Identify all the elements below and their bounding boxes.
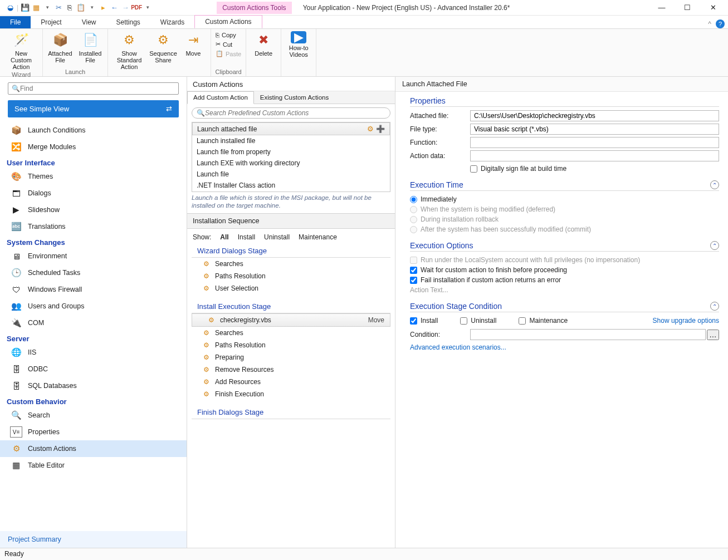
tab-existing-ca[interactable]: Existing Custom Actions	[254, 91, 335, 104]
nav-custom-actions[interactable]: ⚙Custom Actions	[0, 440, 187, 457]
nav-firewall[interactable]: 🛡Windows Firewall	[0, 281, 187, 298]
ca-search-input[interactable]	[205, 109, 385, 117]
stage-item[interactable]: ⚙Add Resources	[187, 376, 395, 388]
stage-item-selected[interactable]: ⚙checkregistry.vbsMove	[192, 313, 390, 327]
nav-themes[interactable]: 🎨Themes	[0, 168, 187, 185]
filter-maintenance[interactable]: Maintenance	[299, 233, 337, 241]
condition-browse[interactable]: …	[707, 330, 719, 340]
nav-search-item[interactable]: 🔍Search	[0, 407, 187, 424]
nav-dialogs[interactable]: 🗔Dialogs	[0, 185, 187, 202]
ca-row[interactable]: Launch file from property	[192, 146, 390, 158]
nav-translations[interactable]: 🔤Translations	[0, 218, 187, 235]
ca-row[interactable]: Launch file	[192, 169, 390, 180]
tab-custom-actions[interactable]: Custom Actions	[194, 15, 262, 28]
dropdown2-icon[interactable]: ▼	[87, 3, 96, 12]
nav-search[interactable]: 🔍	[8, 82, 179, 95]
opt-wait-checkbox[interactable]	[410, 267, 417, 274]
stage-item[interactable]: ⚙Preparing	[187, 351, 395, 363]
copy-button[interactable]: ⎘Copy	[214, 31, 242, 39]
tab-project[interactable]: Project	[31, 16, 71, 28]
cond-install-checkbox[interactable]	[410, 317, 417, 325]
nav-merge-modules[interactable]: 🔀Merge Modules	[0, 139, 187, 155]
run-icon[interactable]: ▸	[99, 3, 108, 12]
add-seq-icon[interactable]: ⚙	[367, 125, 374, 133]
close-button[interactable]: ✕	[700, 0, 726, 16]
ca-row-launch-attached[interactable]: Launch attached file ⚙➕	[192, 122, 390, 135]
stage-item[interactable]: ⚙Paths Resolution	[187, 339, 395, 351]
nav-table-editor[interactable]: ▦Table Editor	[0, 457, 187, 474]
tab-file[interactable]: File	[0, 16, 31, 28]
ca-row[interactable]: Launch installed file	[192, 135, 390, 146]
tab-settings[interactable]: Settings	[106, 16, 150, 28]
cut-icon[interactable]: ✂	[54, 3, 63, 12]
forward-icon[interactable]: →	[121, 3, 130, 12]
simple-view-button[interactable]: See Simple View ⇄	[8, 100, 179, 117]
nav-odbc[interactable]: 🗄ODBC	[0, 361, 187, 377]
nav-properties[interactable]: V=Properties	[0, 424, 187, 440]
nav-scheduled-tasks[interactable]: 🕒Scheduled Tasks	[0, 264, 187, 281]
stage-item[interactable]: ⚙Searches	[187, 258, 395, 270]
pdf-icon[interactable]: PDF	[132, 3, 141, 12]
filter-uninstall[interactable]: Uninstall	[264, 233, 290, 241]
cond-maint-checkbox[interactable]	[519, 317, 526, 325]
stage-item[interactable]: ⚙Finish Execution	[187, 388, 395, 400]
project-summary-button[interactable]: Project Summary	[0, 531, 187, 548]
collapse-icon[interactable]: ⌃	[710, 302, 719, 311]
collapse-icon[interactable]: ⌃	[710, 180, 719, 189]
paste-icon[interactable]: 📋	[76, 3, 85, 12]
help-icon[interactable]: ?	[716, 19, 725, 28]
collapse-icon[interactable]: ⌃	[710, 241, 719, 250]
paste-button[interactable]: 📋Paste	[214, 50, 242, 58]
dropdown-icon[interactable]: ▼	[43, 3, 52, 12]
back-icon[interactable]: ←	[110, 3, 119, 12]
opt-fail-checkbox[interactable]	[410, 277, 417, 284]
new-custom-action-button[interactable]: 🪄 New Custom Action	[3, 30, 39, 70]
attached-file-button[interactable]: 📦Attached File	[46, 30, 74, 67]
cut-button[interactable]: ✂Cut	[214, 40, 242, 48]
actiondata-input[interactable]	[470, 150, 719, 161]
ca-list[interactable]: Launch attached file ⚙➕ Launch installed…	[192, 122, 390, 192]
howto-button[interactable]: ▶How-to Videos	[285, 30, 312, 67]
cond-uninstall-checkbox[interactable]	[460, 317, 467, 325]
tab-add-ca[interactable]: Add Custom Action	[187, 91, 254, 104]
maximize-button[interactable]: ☐	[675, 0, 700, 16]
filter-all[interactable]: All	[220, 233, 228, 241]
attached-file-input[interactable]	[470, 110, 719, 121]
nav-search-input[interactable]	[20, 85, 175, 92]
nav-launch-conditions[interactable]: 📦Launch Conditions	[0, 122, 187, 139]
ca-row[interactable]: Launch EXE with working directory	[192, 158, 390, 169]
nav-com[interactable]: 🔌COM	[0, 315, 187, 331]
nav-sql[interactable]: 🗄SQL Databases	[0, 377, 187, 394]
grid-icon[interactable]: ▦	[32, 3, 41, 12]
upgrade-link[interactable]: Show upgrade options	[653, 317, 719, 325]
save-icon[interactable]: 💾	[21, 3, 30, 12]
radio-immediate[interactable]	[410, 196, 417, 203]
tab-wizards[interactable]: Wizards	[150, 16, 194, 28]
qat-customize-icon[interactable]: ▼	[143, 3, 152, 12]
move-link[interactable]: Move	[368, 316, 384, 324]
sign-checkbox[interactable]	[470, 165, 477, 173]
stage-item[interactable]: ⚙Paths Resolution	[187, 270, 395, 282]
adv-scenarios-link[interactable]: Advanced execution scenarios...	[410, 343, 506, 351]
condition-input[interactable]	[470, 329, 706, 340]
function-input[interactable]	[470, 137, 719, 148]
ca-row[interactable]: .NET Installer Class action	[192, 180, 390, 191]
move-button[interactable]: ⇥Move	[179, 30, 207, 70]
installed-file-button[interactable]: 📄Installed File	[76, 30, 104, 67]
stage-item[interactable]: ⚙Remove Resources	[187, 363, 395, 376]
nav-users-groups[interactable]: 👥Users and Groups	[0, 298, 187, 315]
minimize-button[interactable]: —	[649, 0, 675, 16]
delete-button[interactable]: ✖Delete	[250, 30, 277, 67]
add-noseq-icon[interactable]: ➕	[376, 125, 385, 133]
filetype-input[interactable]	[470, 124, 719, 135]
show-standard-button[interactable]: ⚙Show Standard Action	[111, 30, 147, 70]
nav-slideshow[interactable]: ▶Slideshow	[0, 202, 187, 218]
copy-icon[interactable]: ⎘	[65, 3, 74, 12]
nav-iis[interactable]: 🌐IIS	[0, 344, 187, 361]
ribbon-collapse-icon[interactable]: ^	[708, 20, 711, 28]
tab-view[interactable]: View	[72, 16, 106, 28]
stage-item[interactable]: ⚙User Selection	[187, 282, 395, 294]
filter-install[interactable]: Install	[238, 233, 255, 241]
nav-environment[interactable]: 🖥Environment	[0, 248, 187, 264]
sequence-share-button[interactable]: ⚙Sequence Share	[149, 30, 177, 70]
